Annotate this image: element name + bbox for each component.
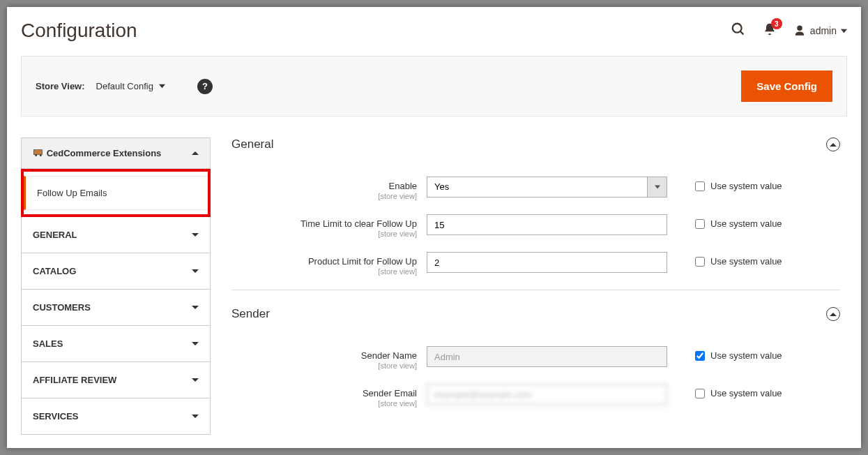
notifications-icon[interactable]: 3	[763, 22, 777, 39]
admin-user-label: admin	[810, 25, 837, 36]
sidebar-item-label: SALES	[33, 338, 63, 349]
collapse-icon[interactable]	[826, 137, 840, 151]
field-label: Sender Email	[363, 388, 417, 398]
chevron-down-icon	[192, 378, 199, 382]
sidebar-item-label: CUSTOMERS	[33, 302, 91, 313]
search-icon[interactable]	[731, 22, 746, 40]
section-title: General	[231, 137, 273, 151]
sidebar-item-label: AFFILIATE REVIEW	[33, 375, 116, 385]
scope-label: [store view]	[231, 399, 417, 408]
sender-email-input[interactable]	[427, 384, 667, 405]
collapse-icon[interactable]	[826, 307, 840, 321]
use-system-label: Use system value	[710, 218, 782, 229]
sidebar-item-label: CATALOG	[33, 266, 76, 276]
sidebar-item-label: Follow Up Emails	[37, 188, 107, 198]
use-system-checkbox-time-limit[interactable]	[695, 219, 705, 229]
chevron-down-icon	[192, 233, 199, 237]
sidebar-item-label: SERVICES	[33, 411, 79, 422]
sidebar-section-label: CedCommerce Extensions	[47, 148, 162, 158]
sidebar-section-cedcommerce[interactable]: CedCommerce Extensions	[21, 137, 211, 169]
user-icon	[793, 24, 806, 37]
use-system-label: Use system value	[710, 256, 782, 267]
field-sender-name: Sender Name [store view] Use system valu…	[231, 346, 840, 370]
chevron-up-icon	[830, 313, 837, 316]
scope-label: [store view]	[231, 230, 417, 238]
field-label: Time Limit to clear Follow Up	[300, 218, 417, 229]
use-system-checkbox-enable[interactable]	[695, 181, 705, 191]
store-view-label: Store View:	[36, 81, 85, 91]
field-time-limit: Time Limit to clear Follow Up [store vie…	[231, 214, 840, 238]
divider	[231, 290, 840, 290]
field-product-limit: Product Limit for Follow Up [store view]…	[231, 252, 840, 276]
section-header-sender[interactable]: Sender	[231, 307, 840, 325]
use-system-label: Use system value	[710, 350, 782, 361]
use-system-label: Use system value	[710, 181, 782, 191]
notifications-badge: 3	[771, 18, 782, 29]
general-form: Enable [store view] Yes	[231, 177, 840, 276]
sidebar-item-sales[interactable]: SALES	[21, 326, 211, 362]
sidebar-item-catalog[interactable]: CATALOG	[21, 253, 211, 290]
chevron-down-icon	[192, 269, 199, 273]
store-view-bar: Store View: Default Config ? Save Config	[21, 56, 847, 117]
chevron-down-icon	[841, 25, 847, 36]
store-view-select[interactable]: Default Config	[96, 81, 165, 91]
svg-point-4	[40, 154, 42, 156]
help-icon[interactable]: ?	[197, 79, 213, 94]
chevron-up-icon	[830, 143, 837, 147]
sender-name-input	[427, 346, 667, 367]
store-view-value: Default Config	[96, 81, 153, 91]
chevron-up-icon	[192, 151, 199, 155]
sidebar-item-general[interactable]: GENERAL	[21, 217, 211, 253]
sidebar-highlight: Follow Up Emails	[21, 169, 211, 217]
product-limit-input[interactable]	[427, 252, 667, 273]
enable-select[interactable]: Yes	[427, 177, 667, 197]
save-config-button[interactable]: Save Config	[741, 70, 832, 102]
sidebar-item-affiliate-review[interactable]: AFFILIATE REVIEW	[21, 362, 211, 398]
svg-rect-2	[33, 150, 42, 155]
sidebar-item-services[interactable]: SERVICES	[21, 398, 211, 435]
field-label: Enable	[389, 181, 417, 191]
scope-label: [store view]	[231, 267, 417, 276]
use-system-label: Use system value	[710, 388, 782, 398]
field-sender-email: Sender Email [store view] Use system val…	[231, 384, 840, 408]
select-value: Yes	[427, 177, 647, 197]
use-system-checkbox-sender-email[interactable]	[695, 389, 705, 398]
chevron-down-icon	[192, 415, 199, 418]
header-actions: 3 admin	[731, 22, 847, 40]
sender-form: Sender Name [store view] Use system valu…	[231, 346, 840, 408]
select-caret-icon	[647, 177, 667, 197]
scope-label: [store view]	[231, 192, 417, 200]
field-enable: Enable [store view] Yes	[231, 177, 840, 200]
caret-down-icon	[159, 81, 165, 91]
main-content: General Enable [store view] Yes	[231, 137, 847, 435]
page-title: Configuration	[21, 20, 137, 42]
field-label: Product Limit for Follow Up	[308, 256, 417, 267]
svg-point-3	[35, 154, 37, 156]
svg-line-1	[740, 31, 744, 35]
cart-icon	[33, 148, 47, 158]
page-header: Configuration 3 admin	[21, 7, 847, 56]
use-system-checkbox-sender-name[interactable]	[695, 351, 705, 361]
admin-user-menu[interactable]: admin	[793, 24, 847, 37]
section-title: Sender	[231, 307, 270, 321]
sidebar-item-customers[interactable]: CUSTOMERS	[21, 290, 211, 326]
field-label: Sender Name	[361, 350, 417, 361]
time-limit-input[interactable]	[427, 214, 667, 235]
scope-label: [store view]	[231, 361, 417, 370]
chevron-down-icon	[192, 342, 199, 345]
svg-point-0	[733, 24, 742, 33]
sidebar-item-label: GENERAL	[33, 230, 77, 240]
section-header-general[interactable]: General	[231, 137, 840, 156]
chevron-down-icon	[192, 306, 199, 309]
sidebar-item-follow-up-emails[interactable]: Follow Up Emails	[24, 176, 208, 210]
use-system-checkbox-product-limit[interactable]	[695, 257, 705, 267]
sidebar: CedCommerce Extensions Follow Up Emails …	[21, 137, 211, 435]
